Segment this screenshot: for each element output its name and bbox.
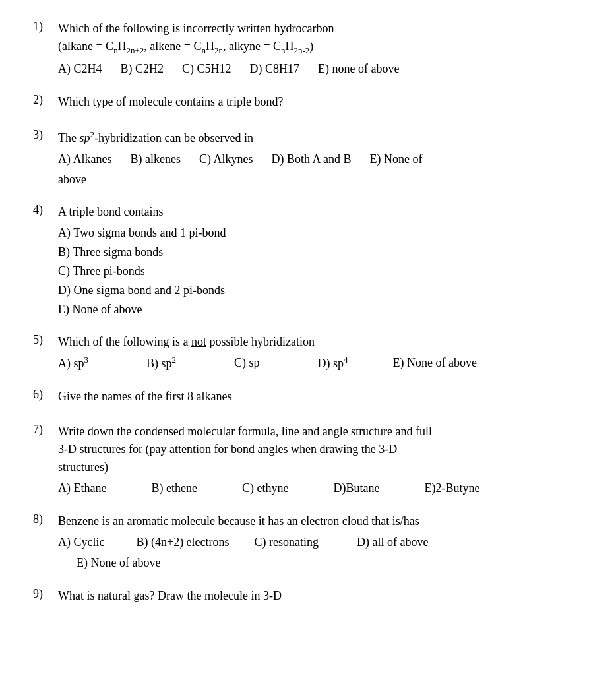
q5-text: Which of the following is a not possible… bbox=[58, 333, 590, 351]
q2-number: 2) bbox=[33, 93, 58, 107]
q4-answers: A) Two sigma bonds and 1 pi-bond B) Thre… bbox=[58, 224, 590, 319]
q8-a: A) Cyclic bbox=[58, 533, 104, 552]
q5-number: 5) bbox=[33, 333, 58, 347]
question-8: 8) Benzene is an aromatic molecule becau… bbox=[33, 512, 590, 572]
q8-d: D) all of above bbox=[357, 533, 428, 552]
q6-number: 6) bbox=[33, 388, 58, 402]
q1-a: A) C2H4 bbox=[58, 59, 102, 78]
q3-c: C) Alkynes bbox=[199, 150, 253, 169]
q1-e: E) none of above bbox=[318, 59, 399, 78]
q5-c: C) sp bbox=[234, 354, 260, 373]
q2-text: Which type of molecule contains a triple… bbox=[58, 93, 590, 111]
q8-number: 8) bbox=[33, 512, 58, 526]
question-7: 7) Write down the condensed molecular fo… bbox=[33, 423, 590, 498]
q3-number: 3) bbox=[33, 128, 58, 142]
q1-number: 1) bbox=[33, 20, 58, 34]
question-5: 5) Which of the following is a not possi… bbox=[33, 333, 590, 373]
q8-c: C) resonating bbox=[255, 533, 319, 552]
q1-c: C) C5H12 bbox=[182, 59, 231, 78]
q7-a: A) Ethane bbox=[58, 479, 106, 498]
q3-a: A) Alkanes bbox=[58, 150, 111, 169]
q4-text: A triple bond contains bbox=[58, 203, 590, 221]
question-4: 4) A triple bond contains A) Two sigma b… bbox=[33, 203, 590, 319]
q9-number: 9) bbox=[33, 587, 58, 601]
q1-text: Which of the following is incorrectly wr… bbox=[58, 20, 590, 57]
q3-b: B) alkenes bbox=[130, 150, 180, 169]
q9-text: What is natural gas? Draw the molecule i… bbox=[58, 587, 590, 605]
q5-b: B) sp2 bbox=[146, 354, 176, 373]
q1-answers: A) C2H4 B) C2H2 C) C5H12 D) C8H17 E) non… bbox=[58, 59, 590, 78]
q7-answers: A) Ethane B) ethene C) ethyne D)Butane E… bbox=[58, 479, 590, 498]
q5-answers: A) sp3 B) sp2 C) sp D) sp4 E) None of ab… bbox=[58, 354, 590, 373]
q8-b: B) (4n+2) electrons bbox=[136, 533, 229, 552]
q7-content: Write down the condensed molecular formu… bbox=[58, 423, 590, 498]
q4-d: D) One sigma bond and 2 pi-bonds bbox=[58, 281, 590, 300]
question-2: 2) Which type of molecule contains a tri… bbox=[33, 93, 590, 113]
q5-content: Which of the following is a not possible… bbox=[58, 333, 590, 373]
q7-b: B) ethene bbox=[151, 479, 197, 498]
q8-content: Benzene is an aromatic molecule because … bbox=[58, 512, 590, 572]
q3-d: D) Both A and B bbox=[271, 150, 351, 169]
q7-c: C) ethyne bbox=[242, 479, 288, 498]
q3-answers: A) Alkanes B) alkenes C) Alkynes D) Both… bbox=[58, 150, 590, 169]
q2-content: Which type of molecule contains a triple… bbox=[58, 93, 590, 113]
q7-text: Write down the condensed molecular formu… bbox=[58, 423, 590, 476]
q6-content: Give the names of the first 8 alkanes bbox=[58, 388, 590, 408]
q3-content: The sp2-hybridization can be observed in… bbox=[58, 128, 590, 189]
q7-d: D)Butane bbox=[333, 479, 379, 498]
q3-row2: above bbox=[58, 170, 590, 189]
q3-e: E) None of bbox=[370, 150, 423, 169]
q7-e: E)2-Butyne bbox=[424, 479, 479, 498]
q4-a: A) Two sigma bonds and 1 pi-bond bbox=[58, 224, 590, 243]
q7-number: 7) bbox=[33, 423, 58, 437]
q6-text: Give the names of the first 8 alkanes bbox=[58, 388, 590, 406]
q4-number: 4) bbox=[33, 203, 58, 217]
question-6: 6) Give the names of the first 8 alkanes bbox=[33, 388, 590, 408]
q4-e: E) None of above bbox=[58, 300, 590, 319]
question-9: 9) What is natural gas? Draw the molecul… bbox=[33, 587, 590, 607]
q8-row2: E) None of above bbox=[58, 553, 590, 572]
q4-b: B) Three sigma bonds bbox=[58, 243, 590, 262]
exam-content: 1) Which of the following is incorrectly… bbox=[33, 20, 590, 607]
q1-d: D) C8H17 bbox=[250, 59, 300, 78]
q1-b: B) C2H2 bbox=[121, 59, 164, 78]
q9-content: What is natural gas? Draw the molecule i… bbox=[58, 587, 590, 607]
q5-d: D) sp4 bbox=[318, 354, 348, 373]
q8-text: Benzene is an aromatic molecule because … bbox=[58, 512, 590, 530]
q1-content: Which of the following is incorrectly wr… bbox=[58, 20, 590, 78]
q4-c: C) Three pi-bonds bbox=[58, 262, 590, 281]
q8-answers: A) Cyclic B) (4n+2) electrons C) resonat… bbox=[58, 533, 590, 552]
q5-e: E) None of above bbox=[392, 354, 476, 373]
q4-content: A triple bond contains A) Two sigma bond… bbox=[58, 203, 590, 319]
question-1: 1) Which of the following is incorrectly… bbox=[33, 20, 590, 78]
q5-a: A) sp3 bbox=[58, 354, 88, 373]
question-3: 3) The sp2-hybridization can be observed… bbox=[33, 128, 590, 189]
q3-text: The sp2-hybridization can be observed in bbox=[58, 128, 590, 147]
